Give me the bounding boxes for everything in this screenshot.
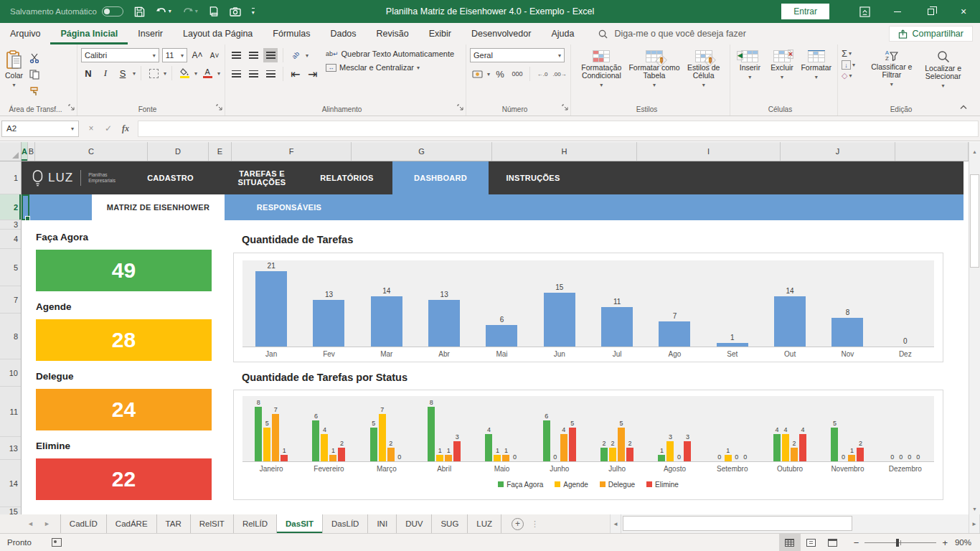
autosave-toggle[interactable]: Salvamento Automático — [10, 6, 123, 17]
align-right-icon[interactable] — [263, 67, 278, 81]
increase-indent-icon[interactable]: ⇥ — [306, 67, 320, 81]
column-header-D[interactable]: D — [148, 142, 209, 161]
camera-icon[interactable] — [230, 7, 241, 17]
fill-color-icon[interactable] — [177, 66, 192, 80]
sheet-nav-right-icon[interactable]: ► — [44, 520, 50, 527]
scroll-left-icon[interactable]: ◄ — [610, 514, 621, 533]
merge-dropdown-icon[interactable]: ▾ — [417, 65, 420, 71]
accounting-format-icon[interactable] — [470, 67, 484, 81]
undo-button[interactable]: ▾ — [156, 6, 171, 17]
comma-style-button[interactable]: 000 — [510, 67, 524, 81]
row-header-10[interactable]: 10 — [0, 359, 21, 387]
middle-align-icon[interactable] — [246, 48, 260, 62]
fill-color-dropdown-icon[interactable]: ▾ — [194, 70, 197, 77]
row-header-11[interactable]: 11 — [0, 387, 21, 437]
formula-input[interactable] — [138, 121, 979, 137]
orientation-dropdown-icon[interactable]: ▾ — [306, 52, 308, 59]
sheet-tab-tar[interactable]: TAR — [157, 514, 191, 533]
paste-button[interactable]: Colar ▾ — [5, 48, 23, 98]
normal-view-icon[interactable] — [779, 534, 801, 551]
nav-tab-relatorios[interactable]: RELATÓRIOS — [301, 161, 392, 194]
ribbon-display-options-icon[interactable] — [848, 0, 881, 23]
font-color-icon[interactable]: A — [200, 66, 215, 80]
decrease-font-icon[interactable]: A˅ — [207, 48, 222, 62]
sort-filter-button[interactable]: AZ Classificar e Filtrar ▾ — [867, 48, 916, 90]
align-center-icon[interactable] — [246, 67, 260, 81]
nav-tab-cadastro[interactable]: CADASTRO — [118, 161, 222, 194]
sheet-tab-relsit[interactable]: RelSIT — [191, 514, 234, 533]
selected-cell-a2[interactable] — [22, 194, 29, 220]
row-header-1[interactable]: 1 — [0, 161, 21, 194]
sheet-tab-sug[interactable]: SUG — [432, 514, 468, 533]
autosum-button[interactable]: Σ▾ — [842, 48, 865, 59]
font-color-dropdown-icon[interactable]: ▾ — [217, 70, 220, 77]
delete-dropdown-icon[interactable]: ▾ — [781, 73, 783, 81]
find-select-button[interactable]: Localizar e Selecionar ▾ — [918, 48, 969, 90]
borders-icon[interactable] — [146, 66, 161, 80]
page-layout-view-icon[interactable] — [801, 534, 822, 551]
nav-tab-instrucoes[interactable]: INSTRUÇÕES — [489, 161, 578, 194]
alignment-dialog-launcher-icon[interactable] — [457, 100, 463, 113]
select-all-corner[interactable] — [0, 142, 22, 161]
format-as-table-button[interactable]: ✎ Formatar como Tabela ▾ — [628, 48, 680, 89]
copy-icon[interactable] — [27, 67, 42, 82]
column-header-end[interactable] — [895, 142, 969, 161]
cell-styles-dropdown-icon[interactable]: ▾ — [702, 81, 705, 89]
insert-dropdown-icon[interactable]: ▾ — [748, 73, 751, 81]
sheet-tab-daslid[interactable]: DasLÍD — [323, 514, 368, 533]
minimize-button[interactable] — [881, 0, 914, 23]
add-sheet-button[interactable]: + — [512, 518, 524, 530]
row-header-2[interactable]: 2 — [0, 194, 21, 220]
find-select-dropdown-icon[interactable]: ▾ — [942, 82, 945, 90]
conditional-dropdown-icon[interactable]: ▾ — [600, 81, 603, 89]
decrease-indent-icon[interactable]: ⇤ — [288, 67, 303, 81]
row-header-14[interactable]: 14 — [0, 460, 21, 507]
cancel-entry-icon[interactable]: × — [83, 121, 99, 136]
horizontal-scroll-thumb[interactable] — [623, 516, 852, 531]
wrap-text-button[interactable]: ab↵ Quebrar Texto Automaticamente — [326, 50, 454, 58]
bottom-align-icon[interactable] — [263, 48, 278, 62]
underline-dropdown-icon[interactable]: ▾ — [133, 70, 136, 77]
close-button[interactable]: × — [947, 0, 980, 23]
confirm-entry-icon[interactable]: ✓ — [100, 121, 116, 136]
sheet-tab-cadlid[interactable]: CadLÍD — [60, 514, 107, 533]
column-header-B[interactable]: B — [28, 142, 35, 161]
nav-tab-tarefas-e-situacoes[interactable]: TAREFAS E SITUAÇÕES — [222, 161, 301, 194]
decrease-decimal-icon[interactable]: .00→ — [552, 67, 567, 81]
ribbon-tab-desenvolvedor[interactable]: Desenvolvedor — [461, 23, 541, 44]
number-dialog-launcher-icon[interactable] — [562, 100, 568, 113]
conditional-formatting-button[interactable]: Formatação Condicional ▾ — [575, 48, 628, 89]
ribbon-tab-layout-da-pagina[interactable]: Layout da Página — [173, 23, 263, 44]
sheet-nav-left-icon[interactable]: ◄ — [27, 520, 34, 527]
row-header-8[interactable]: 8 — [0, 314, 21, 359]
ribbon-tab-ajuda[interactable]: Ajuda — [541, 23, 584, 44]
accounting-dropdown-icon[interactable]: ▾ — [487, 71, 490, 77]
cut-icon[interactable] — [27, 51, 42, 65]
clear-button[interactable]: ◇▾ — [842, 71, 865, 80]
font-dialog-launcher-icon[interactable] — [216, 100, 222, 113]
ribbon-tab-formulas[interactable]: Fórmulas — [263, 23, 320, 44]
fill-button[interactable]: ↓▾ — [842, 60, 865, 70]
zoom-level[interactable]: 90% — [955, 538, 971, 547]
ribbon-tab-pagina-inicial[interactable]: Página Inicial — [50, 23, 128, 44]
share-button[interactable]: Compartilhar — [889, 26, 973, 42]
scroll-up-icon[interactable]: ▲ — [969, 142, 980, 161]
format-table-dropdown-icon[interactable]: ▾ — [653, 81, 656, 89]
paste-dropdown-icon[interactable]: ▾ — [13, 81, 16, 89]
sheet-tab-ini[interactable]: INI — [368, 514, 397, 533]
subtab-responsaveis[interactable]: RESPONSÁVEIS — [225, 194, 354, 220]
row-header-13[interactable]: 13 — [0, 437, 21, 460]
column-header-H[interactable]: H — [492, 142, 637, 161]
zoom-slider-thumb[interactable] — [896, 539, 899, 547]
redo-dropdown-icon[interactable]: ▾ — [195, 9, 198, 14]
sheet-tab-luz[interactable]: LUZ — [468, 514, 501, 533]
merge-center-button[interactable]: ↔ Mesclar e Centralizar ▾ — [326, 63, 454, 72]
increase-font-icon[interactable]: A˄ — [190, 48, 204, 62]
nav-tab-dashboard[interactable]: DASHBOARD — [392, 161, 489, 194]
insert-function-icon[interactable]: fx — [118, 121, 133, 136]
bold-button[interactable]: N — [81, 66, 95, 80]
ribbon-tab-dados[interactable]: Dados — [320, 23, 366, 44]
column-header-G[interactable]: G — [352, 142, 492, 161]
font-size-select[interactable]: 11▾ — [162, 48, 187, 62]
align-left-icon[interactable] — [229, 67, 243, 81]
